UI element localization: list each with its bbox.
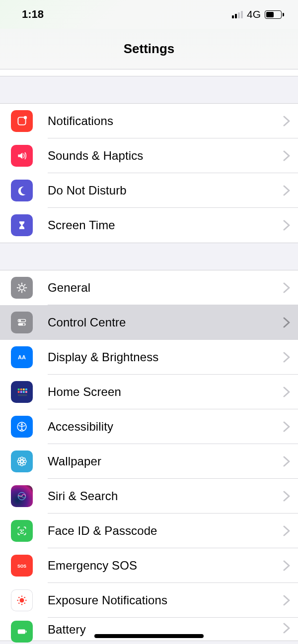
row-wallpaper[interactable]: Wallpaper	[0, 444, 298, 479]
row-exposure[interactable]: Exposure Notifications	[0, 583, 298, 618]
svg-rect-49	[18, 630, 25, 634]
svg-point-44	[25, 600, 27, 601]
exposure-icon	[11, 589, 33, 611]
status-right: 4G	[232, 8, 284, 20]
row-dnd[interactable]: Do Not Disturb	[0, 173, 298, 208]
row-sos[interactable]: SOS Emergency SOS	[0, 548, 298, 583]
flower-icon	[11, 451, 33, 472]
svg-rect-21	[20, 391, 22, 393]
svg-line-9	[24, 284, 25, 286]
chevron-right-icon	[283, 185, 290, 196]
row-label: Emergency SOS	[33, 559, 283, 573]
svg-point-48	[24, 602, 25, 604]
chevron-right-icon	[283, 282, 290, 293]
svg-point-40	[20, 598, 24, 603]
section-gap-0	[0, 76, 298, 103]
chevron-right-icon	[283, 456, 290, 467]
sounds-icon	[11, 145, 33, 167]
home-indicator[interactable]	[94, 634, 204, 638]
svg-text:AA: AA	[18, 354, 26, 360]
row-label: Do Not Disturb	[33, 184, 283, 197]
battery-icon	[265, 10, 284, 19]
chevron-right-icon	[283, 595, 290, 606]
row-label: Sounds & Haptics	[33, 149, 283, 163]
svg-line-7	[18, 284, 20, 286]
chevron-right-icon	[283, 150, 290, 161]
svg-point-34	[18, 462, 21, 465]
chevron-right-icon	[283, 560, 290, 571]
settings-section-0: Notifications Sounds & Haptics Do Not Di…	[0, 103, 298, 243]
svg-point-35	[23, 462, 25, 465]
row-label: Accessibility	[33, 420, 283, 434]
chevron-right-icon	[283, 317, 290, 328]
svg-rect-18	[23, 388, 25, 390]
switches-icon	[11, 312, 33, 333]
status-bar: 1:18 4G	[0, 0, 298, 29]
hourglass-icon	[11, 214, 33, 236]
svg-point-46	[24, 597, 25, 598]
svg-rect-23	[25, 391, 27, 393]
svg-line-8	[24, 290, 25, 291]
row-accessibility[interactable]: Accessibility	[0, 409, 298, 444]
chevron-right-icon	[283, 525, 290, 536]
svg-line-10	[18, 290, 20, 291]
svg-rect-16	[18, 388, 20, 390]
siri-icon	[11, 485, 33, 507]
battery-icon	[11, 621, 33, 643]
svg-point-43	[17, 600, 18, 601]
row-label: Notifications	[33, 114, 283, 128]
row-label: Control Centre	[33, 316, 283, 329]
row-label: General	[33, 281, 283, 295]
section-gap-1	[0, 243, 298, 270]
svg-text:SOS: SOS	[17, 564, 26, 569]
row-label: Home Screen	[33, 385, 283, 399]
row-faceid[interactable]: Face ID & Passcode	[0, 514, 298, 548]
row-general[interactable]: General	[0, 270, 298, 305]
row-label: Siri & Search	[33, 489, 283, 503]
row-label: Wallpaper	[33, 454, 283, 468]
signal-icon	[232, 10, 243, 18]
chevron-right-icon	[283, 116, 290, 127]
chevron-right-icon	[283, 220, 290, 231]
svg-point-33	[23, 458, 25, 460]
partial-row-top	[0, 69, 298, 76]
svg-point-41	[21, 595, 23, 597]
chevron-right-icon	[283, 421, 290, 432]
svg-point-45	[18, 597, 20, 598]
clock: 1:18	[22, 8, 44, 21]
notifications-icon	[11, 110, 33, 132]
svg-rect-17	[20, 388, 22, 390]
svg-point-1	[24, 116, 27, 119]
row-controlcentre[interactable]: Control Centre	[0, 305, 298, 340]
row-notifications[interactable]: Notifications	[0, 104, 298, 138]
row-siri[interactable]: Siri & Search	[0, 479, 298, 514]
row-screentime[interactable]: Screen Time	[0, 208, 298, 243]
svg-rect-50	[26, 631, 27, 633]
row-display[interactable]: AA Display & Brightness	[0, 340, 298, 375]
chevron-right-icon	[283, 623, 290, 634]
nav-bar: Settings	[0, 29, 298, 69]
svg-point-27	[20, 460, 23, 462]
row-sounds[interactable]: Sounds & Haptics	[0, 138, 298, 173]
svg-point-2	[20, 286, 24, 290]
settings-screen: 1:18 4G Settings Notifications	[0, 0, 298, 644]
accessibility-icon	[11, 416, 33, 438]
gear-icon	[11, 277, 33, 299]
row-label: Display & Brightness	[33, 350, 283, 364]
faceid-icon	[11, 520, 33, 542]
svg-point-42	[21, 604, 23, 605]
grid-icon	[11, 381, 33, 403]
network-label: 4G	[247, 8, 261, 20]
row-label: Face ID & Passcode	[33, 524, 283, 538]
row-homescreen[interactable]: Home Screen	[0, 375, 298, 409]
svg-rect-19	[25, 388, 27, 390]
sos-icon: SOS	[11, 555, 33, 577]
svg-point-26	[21, 423, 23, 425]
moon-icon	[11, 180, 33, 201]
chevron-right-icon	[283, 352, 290, 363]
chevron-right-icon	[283, 386, 290, 397]
svg-point-32	[18, 458, 21, 460]
chevron-right-icon	[283, 491, 290, 502]
svg-point-14	[23, 323, 25, 325]
aa-icon: AA	[11, 346, 33, 368]
